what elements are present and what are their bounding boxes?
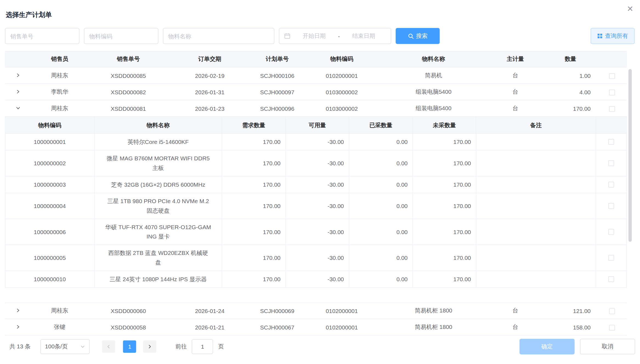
- subcol-header-unpurchased: 未采数量: [413, 117, 476, 133]
- query-all-button[interactable]: 查询所有: [591, 28, 635, 44]
- chevron-down-icon[interactable]: [5, 106, 31, 110]
- confirm-button[interactable]: 确定: [520, 339, 575, 354]
- page-number-button[interactable]: 1: [123, 340, 136, 353]
- table-row: 周桂东 XSDD000085 2026-02-19 SCJH000106 010…: [5, 67, 627, 84]
- subcell-remark: [476, 193, 596, 219]
- material-detail-subtable: 物料编码 物料名称 需求数量 可用量 已采数量 未采数量 备注 10000000…: [5, 117, 627, 288]
- cell-delivery-date: 2026-01-31: [169, 89, 251, 95]
- material-code-input[interactable]: [84, 28, 158, 44]
- subcell-code: 1000000001: [5, 134, 95, 150]
- subcell-remark: [476, 177, 596, 193]
- cell-delivery-date: 2026-01-21: [169, 324, 251, 330]
- subcell-unpurchased: 170.00: [413, 219, 476, 245]
- subrow-checkbox[interactable]: [608, 276, 614, 282]
- total-count: 共 13 条: [10, 343, 31, 350]
- subcell-name: 西部数据 2TB 蓝盘 WD20EZBX 机械硬 盘: [95, 245, 222, 271]
- subcell-unpurchased: 170.00: [413, 150, 476, 176]
- subcell-code: 1000000006: [5, 219, 95, 245]
- cell-plan-no: SCJH000067: [251, 324, 304, 330]
- date-range-picker[interactable]: 开始日期 - 结束日期: [279, 28, 391, 44]
- subcell-purchased: 0.00: [349, 134, 413, 150]
- subcol-header-name: 物料名称: [95, 117, 222, 133]
- subrow-checkbox[interactable]: [608, 229, 614, 235]
- subcol-header-remark: 备注: [476, 117, 596, 133]
- col-header-material-code: 物料编码: [304, 56, 380, 63]
- subrow-checkbox[interactable]: [608, 182, 614, 187]
- subcell-required: 170.00: [222, 150, 286, 176]
- material-name-input[interactable]: [163, 28, 274, 44]
- row-checkbox[interactable]: [609, 73, 615, 79]
- subtable-row: 1000000002 微星 MAG B760M MORTAR WIFI DDR5…: [5, 150, 627, 177]
- subtable-row: 1000000010 三星 24英寸 1080P 144Hz IPS 显示器 1…: [5, 271, 627, 288]
- close-icon[interactable]: ✕: [627, 5, 633, 13]
- cell-qty: 158.00: [544, 324, 597, 330]
- subcell-code: 1000000004: [5, 193, 95, 219]
- subcell-code: 1000000002: [5, 150, 95, 176]
- cell-unit: 台: [487, 307, 544, 315]
- subrow-checkbox[interactable]: [608, 160, 614, 166]
- subtable-row: 1000000003 芝奇 32GB (16G×2) DDR5 6000MHz …: [5, 177, 627, 194]
- page-size-select[interactable]: 100条/页: [41, 339, 90, 354]
- production-plan-table: 销售员 销售单号 订单交期 计划单号 物料编码 物料名称 主计量 数量 周桂东 …: [5, 51, 627, 335]
- goto-page-input[interactable]: [192, 339, 213, 354]
- subrow-checkbox[interactable]: [608, 203, 614, 209]
- subcell-purchased: 0.00: [349, 150, 413, 176]
- cell-plan-no: SCJH000097: [251, 89, 304, 95]
- cell-sales-order: XSDD000081: [88, 105, 169, 112]
- cell-sales-order: XSDD000085: [88, 72, 169, 79]
- cell-salesperson: 周桂东: [31, 307, 88, 315]
- cell-material-name: 组装电脑5400: [380, 105, 487, 112]
- row-checkbox[interactable]: [609, 106, 615, 112]
- subcell-available: -30.00: [286, 271, 349, 288]
- cell-unit: 台: [487, 105, 544, 112]
- chevron-right-icon[interactable]: [5, 73, 31, 78]
- chevron-right-icon[interactable]: [5, 308, 31, 313]
- cancel-button[interactable]: 取消: [580, 339, 635, 354]
- subcol-header-code: 物料编码: [5, 117, 95, 133]
- subcell-unpurchased: 170.00: [413, 134, 476, 150]
- subcell-name: 华硕 TUF-RTX 4070 SUPER-O12G-GAM ING 显卡: [95, 219, 222, 245]
- subrow-checkbox[interactable]: [608, 255, 614, 261]
- calendar-icon: [284, 33, 291, 39]
- subcell-required: 170.00: [222, 134, 286, 150]
- row-checkbox[interactable]: [609, 89, 615, 95]
- scrollbar[interactable]: [628, 69, 632, 242]
- col-header-delivery-date: 订单交期: [169, 56, 251, 63]
- subrow-checkbox[interactable]: [608, 139, 614, 145]
- cell-qty: 4.00: [544, 89, 597, 95]
- col-header-salesperson: 销售员: [31, 56, 88, 63]
- subcell-name: 英特尔Core i5-14600KF: [95, 134, 222, 150]
- row-checkbox[interactable]: [609, 308, 615, 314]
- subcell-purchased: 0.00: [349, 219, 413, 245]
- col-header-material-name: 物料名称: [380, 56, 487, 63]
- subcell-code: 1000000010: [5, 271, 95, 288]
- cell-salesperson: 李凯华: [31, 88, 88, 96]
- cell-delivery-date: 2026-02-19: [169, 72, 251, 79]
- subcol-header-available: 可用量: [286, 117, 349, 133]
- subtable-header-row: 物料编码 物料名称 需求数量 可用量 已采数量 未采数量 备注: [5, 117, 627, 134]
- table-header-row: 销售员 销售单号 订单交期 计划单号 物料编码 物料名称 主计量 数量: [5, 51, 627, 67]
- subtable-row: 1000000005 西部数据 2TB 蓝盘 WD20EZBX 机械硬 盘 17…: [5, 245, 627, 271]
- row-checkbox[interactable]: [609, 325, 615, 330]
- subcell-purchased: 0.00: [349, 271, 413, 288]
- subcell-purchased: 0.00: [349, 193, 413, 219]
- subcell-available: -30.00: [286, 219, 349, 245]
- chevron-right-icon[interactable]: [5, 89, 31, 94]
- search-button[interactable]: 搜索: [396, 28, 440, 44]
- prev-page-button[interactable]: [102, 340, 115, 353]
- cell-plan-no: SCJH000106: [251, 72, 304, 79]
- chevron-right-icon[interactable]: [5, 324, 31, 329]
- sales-order-input[interactable]: [5, 28, 80, 44]
- subcell-name: 芝奇 32GB (16G×2) DDR5 6000MHz: [95, 177, 222, 193]
- next-page-button[interactable]: [143, 340, 157, 353]
- cell-unit: 台: [487, 88, 544, 96]
- subcell-unpurchased: 170.00: [413, 177, 476, 193]
- cell-qty: 1.00: [544, 72, 597, 79]
- cell-sales-order: XSDD000060: [88, 308, 169, 314]
- cell-material-name: 简易机柜 1800: [380, 307, 487, 315]
- cell-salesperson: 周桂东: [31, 72, 88, 79]
- goto-label: 前往: [175, 343, 187, 350]
- cell-qty: 170.00: [544, 105, 597, 112]
- subcell-required: 170.00: [222, 193, 286, 219]
- grid-icon: [597, 33, 603, 39]
